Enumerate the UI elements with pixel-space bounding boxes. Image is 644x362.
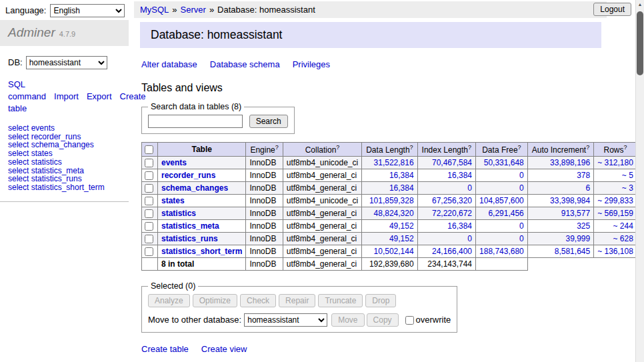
search-input[interactable] [148, 115, 243, 128]
help-link[interactable]: ? [468, 144, 471, 151]
rows-link[interactable]: ~ 136,108 [597, 247, 633, 256]
language-select[interactable]: English [50, 4, 125, 17]
row-checkbox[interactable] [145, 171, 153, 180]
repair-button[interactable]: Repair [279, 294, 315, 307]
db-select[interactable]: homeassistant [26, 56, 107, 69]
row-checkbox[interactable] [145, 209, 153, 218]
help-link[interactable]: ? [586, 144, 589, 151]
table-link-statistics-runs[interactable]: statistics_runs [161, 234, 218, 243]
rows-link[interactable]: ~ 3 [622, 183, 633, 193]
data-length-link[interactable]: 49,152 [389, 221, 414, 231]
rows-link[interactable]: ~ 299,833 [597, 196, 633, 205]
help-link[interactable]: ? [336, 144, 339, 151]
table-link-statistics[interactable]: statistics [161, 209, 196, 218]
move-db-select[interactable]: homeassistant [244, 313, 327, 327]
data-length-link[interactable]: 101,859,328 [369, 196, 414, 205]
link-alter-database[interactable]: Alter database [141, 59, 197, 69]
row-checkbox[interactable] [145, 197, 153, 205]
table-link-statistics-short-term[interactable]: statistics_short_term [161, 247, 242, 256]
data-free-link[interactable]: 6,291,456 [488, 209, 523, 218]
row-checkbox[interactable] [145, 247, 153, 256]
drop-button[interactable]: Drop [365, 294, 396, 307]
data-length-link[interactable]: 48,824,320 [374, 209, 414, 218]
breadcrumb-link-server[interactable]: Server [181, 5, 206, 15]
data-free-link[interactable]: 0 [519, 221, 524, 231]
rows-link[interactable]: ~ 244 [613, 221, 633, 231]
vertical-scrollbar[interactable]: ▲ [635, 0, 644, 362]
auto-increment-link[interactable]: 378 [577, 171, 590, 180]
auto-increment-link[interactable]: 39,999 [565, 234, 590, 243]
search-button[interactable]: Search [249, 115, 288, 128]
breadcrumb-link-mysql[interactable]: MySQL [140, 5, 169, 15]
row-checkbox[interactable] [145, 222, 153, 231]
sidebar-item-select-events[interactable]: select events [8, 124, 121, 133]
select-all-checkbox[interactable] [145, 145, 153, 154]
table-link-recorder-runs[interactable]: recorder_runs [161, 171, 215, 180]
link-database-schema[interactable]: Database schema [210, 59, 280, 69]
table-link-events[interactable]: events [161, 158, 187, 167]
help-link[interactable]: ? [410, 144, 413, 151]
data-length-link[interactable]: 16,384 [389, 183, 414, 193]
sidebar-item-select-states[interactable]: select states [8, 149, 121, 158]
help-link[interactable]: ? [624, 144, 627, 151]
sidebar-link-export[interactable]: Export [87, 91, 112, 101]
index-length-link[interactable]: 0 [467, 183, 472, 193]
rows-link[interactable]: ~ 628 [613, 234, 633, 243]
auto-increment-link[interactable]: 913,577 [561, 209, 590, 218]
optimize-button[interactable]: Optimize [193, 294, 237, 307]
auto-increment-link[interactable]: 33,898,196 [550, 158, 590, 167]
index-length-link[interactable]: 70,467,584 [432, 158, 472, 167]
sidebar-item-select-statistics-short-term[interactable]: select statistics_short_term [8, 183, 121, 192]
table-link-states[interactable]: states [161, 196, 185, 205]
cell-table-name: statistics [158, 207, 246, 220]
rows-link[interactable]: ~ 5 [622, 171, 633, 180]
data-free-link[interactable]: 0 [519, 234, 524, 243]
check-button[interactable]: Check [240, 294, 276, 307]
index-length-link[interactable]: 24,166,400 [432, 247, 472, 256]
data-free-link[interactable]: 104,857,600 [479, 196, 524, 205]
row-checkbox[interactable] [145, 235, 153, 243]
data-length-link[interactable]: 16,384 [389, 171, 414, 180]
index-length-link[interactable]: 0 [467, 234, 472, 243]
data-free-link[interactable]: 50,331,648 [484, 158, 524, 167]
copy-button[interactable]: Copy [367, 313, 399, 327]
row-checkbox[interactable] [145, 159, 153, 167]
data-length-link[interactable]: 10,502,144 [374, 247, 414, 256]
row-checkbox[interactable] [145, 184, 153, 193]
index-length-link[interactable]: 67,256,320 [432, 196, 472, 205]
data-free-link[interactable]: 0 [519, 183, 524, 193]
index-length-link[interactable]: 16,384 [447, 171, 472, 180]
analyze-button[interactable]: Analyze [148, 294, 190, 307]
link-privileges[interactable]: Privileges [293, 59, 330, 69]
table-link-statistics-meta[interactable]: statistics_meta [161, 221, 219, 231]
overwrite-checkbox[interactable] [405, 316, 414, 325]
move-button[interactable]: Move [331, 313, 364, 327]
scrollbar-thumb[interactable] [637, 11, 643, 75]
auto-increment-link[interactable]: 6 [585, 183, 590, 193]
rows-link[interactable]: ~ 312,180 [597, 158, 633, 167]
data-length-link[interactable]: 31,522,816 [374, 158, 414, 167]
data-free-link[interactable]: 188,743,680 [479, 247, 524, 256]
auto-increment-link[interactable]: 8,581,645 [555, 247, 590, 256]
selected-fieldset: Selected (0) AnalyzeOptimizeCheckRepairT… [141, 281, 457, 333]
sidebar-link-sql-command[interactable]: SQL command [8, 79, 46, 101]
index-length-link[interactable]: 72,220,672 [432, 209, 472, 218]
index-length-link[interactable]: 16,384 [447, 221, 472, 231]
link-create-view[interactable]: Create view [201, 344, 247, 354]
scroll-up-arrow-icon[interactable]: ▲ [636, 0, 644, 9]
data-length-link[interactable]: 49,152 [389, 234, 414, 243]
logout-button[interactable]: Logout [593, 3, 631, 16]
rows-link[interactable]: ~ 569,159 [597, 209, 633, 218]
table-link-schema-changes[interactable]: schema_changes [161, 183, 228, 193]
sidebar-link-import[interactable]: Import [54, 91, 79, 101]
data-free-link[interactable]: 0 [519, 171, 524, 180]
help-link[interactable]: ? [518, 144, 521, 151]
row-check-cell [142, 245, 158, 258]
auto-increment-link[interactable]: 325 [577, 221, 590, 231]
help-link[interactable]: ? [275, 144, 279, 151]
truncate-button[interactable]: Truncate [318, 294, 363, 307]
auto-increment-link[interactable]: 33,398,984 [550, 196, 590, 205]
cell-table-name: states [158, 195, 246, 207]
sidebar-item-select-statistics[interactable]: select statistics [8, 158, 121, 167]
link-create-table[interactable]: Create table [141, 344, 189, 354]
